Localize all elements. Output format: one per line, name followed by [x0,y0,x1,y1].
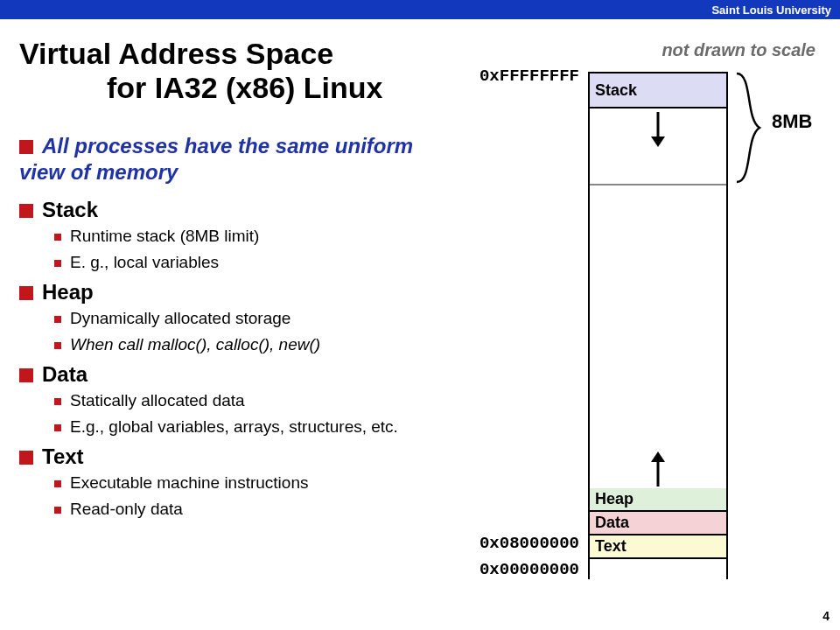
data-heading: Data [19,360,457,388]
seg-data: Data [590,512,726,536]
seg-stack: Stack [590,74,726,108]
seg-heap: Heap [590,488,726,512]
seg-gap [590,186,726,488]
brace-label: 8MB [772,110,812,133]
bullet-icon [54,260,61,267]
memory-diagram: Stack Heap Data Text [588,72,728,579]
bullet-icon [19,451,33,465]
data-item: E.g., global variables, arrays, structur… [19,414,457,439]
bullet-body: All processes have the same uniform view… [19,133,457,522]
arrow-down-icon [648,112,668,147]
heap-label: Heap [42,280,94,304]
bullet-icon [54,342,61,349]
svg-marker-1 [651,136,665,147]
addr-low: 0x00000000 [457,560,579,579]
bullet-icon [54,480,61,487]
title-line1: Virtual Address Space [19,37,383,71]
svg-marker-3 [651,452,665,462]
intro-text: All processes have the same uniform view… [19,134,413,184]
bullet-icon [19,140,33,154]
org-label: Saint Louis University [711,4,831,17]
bullet-icon [54,316,61,323]
top-bar: Saint Louis University [0,0,840,19]
bullet-icon [19,368,33,382]
addr-mid: 0x08000000 [457,534,579,553]
bullet-icon [54,424,61,431]
data-item: Statically allocated data [19,388,457,413]
stack-label: Stack [42,198,98,221]
bullet-icon [19,286,33,300]
text-heading: Text [19,443,457,470]
addr-top: 0xFFFFFFFF [457,66,579,86]
bullet-icon [54,507,61,514]
scale-note: not drawn to scale [662,40,816,60]
arrow-up-icon [648,452,668,486]
page-number: 4 [822,609,830,623]
brace-icon [733,72,768,184]
heap-item: When call malloc(), calloc(), new() [19,332,457,357]
seg-text: Text [590,536,726,559]
stack-item: Runtime stack (8MB limit) [19,223,457,248]
slide-title: Virtual Address Space for IA32 (x86) Lin… [19,37,383,105]
text-label: Text [42,444,84,468]
heap-item: Dynamically allocated storage [19,305,457,331]
bullet-icon [54,398,61,405]
heap-heading: Heap [19,278,457,305]
seg-gap [590,559,726,579]
bullet-icon [54,234,61,241]
title-line2: for IA32 (x86) Linux [19,71,383,105]
text-item: Read-only data [19,496,457,522]
text-item: Executable machine instructions [19,470,457,495]
stack-heading: Stack [19,196,457,223]
data-label: Data [42,362,88,386]
bullet-icon [19,204,33,218]
slide-content: Virtual Address Space for IA32 (x86) Lin… [0,19,840,630]
intro-bullet: All processes have the same uniform view… [19,133,457,186]
stack-item: E. g., local variables [19,249,457,275]
